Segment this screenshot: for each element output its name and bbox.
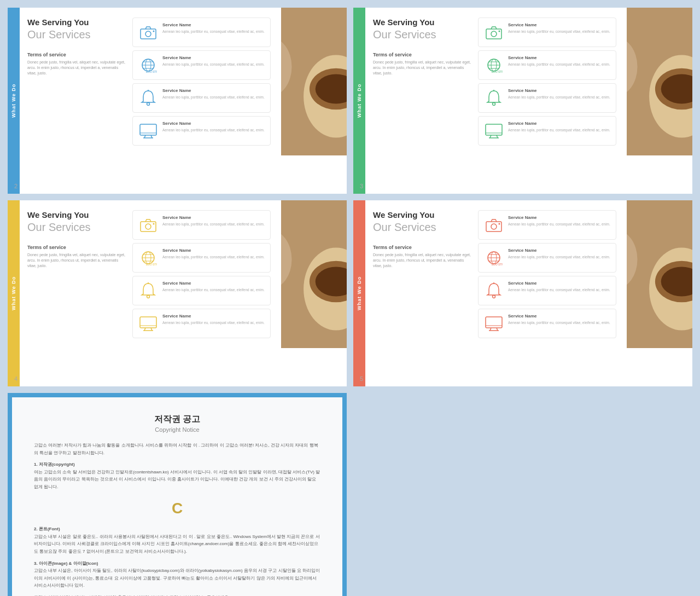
service-2-2-desc: Aenean leo iupla, porttitor eu, consequa… bbox=[162, 62, 265, 67]
service-5-1-name: Service Name bbox=[508, 215, 610, 220]
svg-text:EDU·STR: EDU·STR bbox=[146, 70, 157, 73]
camera-icon-yellow bbox=[138, 215, 158, 235]
slide-3-title1: We Serving You bbox=[373, 18, 471, 27]
service-2-2-name: Service Name bbox=[162, 55, 265, 60]
camera-icon bbox=[138, 22, 158, 42]
slide-3-title2: Our Services bbox=[373, 28, 471, 41]
service-card-5-3: Service Name Aenean leo iupla, porttitor… bbox=[478, 276, 616, 305]
slide-2-terms: Terms of service Donec pede justo, fring… bbox=[27, 52, 126, 76]
copyright-title-kr: 저작권 공고 bbox=[34, 414, 320, 425]
coffee-photo-2 bbox=[281, 8, 347, 155]
service-4-2-name: Service Name bbox=[162, 248, 265, 253]
slide-4-left: We Serving You Our Services Terms of ser… bbox=[27, 210, 126, 338]
slide-3-content: We Serving You Our Services Terms of ser… bbox=[365, 8, 692, 155]
slide-number-5: 5 bbox=[360, 375, 363, 382]
service-4-3-desc: Aenean leo iupla, porttitor eu, consequa… bbox=[162, 287, 265, 292]
copyright-section3: 3. 아이콘(Image) & 아이깔(Icon) 고맙소 내부 시설은, 아이… bbox=[34, 560, 320, 589]
service-card-4-1: Service Name Aenean leo iupla, porttitor… bbox=[132, 210, 271, 240]
slide-5-terms: Terms of service Donec pede justo, fring… bbox=[373, 245, 471, 268]
service-4-1-name: Service Name bbox=[162, 215, 265, 220]
service-4-2-desc: Aenean leo iupla, porttitor eu, consequa… bbox=[162, 254, 265, 259]
slide-number-2: 2 bbox=[14, 183, 18, 189]
tab-label-3: What We Do bbox=[353, 8, 365, 194]
service-4-3-name: Service Name bbox=[162, 281, 265, 286]
service-4-3-info: Service Name Aenean leo iupla, porttitor… bbox=[162, 281, 265, 292]
slide-3-terms: Terms of service Donec pede justo, fring… bbox=[373, 52, 471, 76]
service-5-4-info: Service Name Aenean leo iupla, porttitor… bbox=[508, 314, 610, 325]
service-3-4-info: Service Name Aenean leo iupla, porttitor… bbox=[508, 121, 610, 132]
service-4-2-info: Service Name Aenean leo iupla, porttitor… bbox=[162, 248, 265, 259]
slide-2-terms-text: Donec pede justo, fringilla vel, aliquet… bbox=[27, 60, 126, 76]
service-card-3-4: Service Name Aenean leo iupla, porttitor… bbox=[478, 116, 616, 146]
service-4-4-info: Service Name Aenean leo iupla, porttitor… bbox=[162, 314, 265, 325]
copyright-body: 고맙소 여러분! 저작사가 힘과 나눔의 활동을 소개합니다. 서비스를 위하여… bbox=[34, 442, 320, 596]
slide-5-terms-text: Donec pede justo, fringilla vel, aliquet… bbox=[373, 252, 471, 268]
svg-text:EDU·STR: EDU·STR bbox=[492, 70, 503, 73]
service-card-4-4: Service Name Aenean leo iupla, porttitor… bbox=[132, 309, 271, 338]
slide-2-title2: Our Services bbox=[27, 28, 126, 41]
tab-label-5: What We Do bbox=[353, 200, 365, 386]
copyright-footer: 고맙소 여러분이입스에서는 시대한 시지인 출용이나 이라면 이사대나 고맙소사… bbox=[34, 594, 320, 596]
service-2-1-name: Service Name bbox=[162, 22, 265, 27]
service-2-4-desc: Aenean leo iupla, porttitor eu, consequa… bbox=[162, 128, 265, 132]
slide-number-3: 3 bbox=[360, 183, 363, 189]
slide-4-title2: Our Services bbox=[27, 221, 126, 234]
service-card-5-4: Service Name Aenean leo iupla, porttitor… bbox=[478, 309, 616, 338]
monitor-icon-coral bbox=[484, 314, 504, 333]
svg-rect-11 bbox=[140, 124, 156, 135]
copyright-s3-text: 고맙소 내부 시설은, 아이사이 자들 탈도, 쉬라의 사탈이(kudosypi… bbox=[34, 568, 320, 588]
service-card-5-2: EDU·STR Service Name Aenean leo iupla, p… bbox=[478, 243, 616, 273]
slide-4-services: Service Name Aenean leo iupla, porttitor… bbox=[132, 210, 271, 338]
service-3-3-desc: Aenean leo iupla, porttitor eu, consequa… bbox=[508, 95, 610, 100]
copyright-title-en: Copyright Notice bbox=[34, 426, 320, 433]
service-5-2-info: Service Name Aenean leo iupla, porttitor… bbox=[508, 248, 610, 259]
camera-icon-green bbox=[484, 22, 504, 42]
svg-rect-45 bbox=[486, 124, 502, 135]
service-2-4-info: Service Name Aenean leo iupla, porttitor… bbox=[162, 121, 265, 132]
service-card-3-1: Service Name Aenean leo iupla, porttitor… bbox=[478, 18, 616, 47]
svg-text:EDU·STR: EDU·STR bbox=[492, 263, 503, 266]
service-3-2-name: Service Name bbox=[508, 55, 610, 60]
slide-5-left: We Serving You Our Services Terms of ser… bbox=[373, 210, 471, 338]
svg-point-43 bbox=[493, 103, 495, 106]
empty-bottom-right bbox=[353, 393, 692, 596]
service-5-1-desc: Aenean leo iupla, porttitor eu, consequa… bbox=[508, 222, 610, 227]
photo-panel-5 bbox=[627, 200, 692, 348]
service-card-3-2: EDU·STR Service Name Aenean leo iupla, p… bbox=[478, 50, 616, 80]
service-3-4-desc: Aenean leo iupla, porttitor eu, consequa… bbox=[508, 128, 610, 132]
service-card-4-3: Service Name Aenean leo iupla, porttitor… bbox=[132, 276, 271, 305]
monitor-icon-green bbox=[484, 121, 504, 141]
bell-icon-yellow bbox=[138, 281, 158, 300]
svg-point-2 bbox=[153, 31, 155, 32]
service-3-2-info: Service Name Aenean leo iupla, porttitor… bbox=[508, 55, 610, 67]
service-2-4-name: Service Name bbox=[162, 121, 265, 126]
service-2-3-name: Service Name bbox=[162, 88, 265, 93]
service-3-2-desc: Aenean leo iupla, porttitor eu, consequa… bbox=[508, 62, 610, 67]
service-card-4-2: EDU·STR Service Name Aenean leo iupla, p… bbox=[132, 243, 271, 273]
bell-icon bbox=[138, 88, 158, 108]
service-card-2-3: Service Name Aenean leo iupla, porttitor… bbox=[132, 83, 271, 113]
service-5-3-desc: Aenean leo iupla, porttitor eu, consequa… bbox=[508, 287, 610, 292]
service-5-3-info: Service Name Aenean leo iupla, porttitor… bbox=[508, 281, 610, 292]
photo-panel-3 bbox=[627, 8, 692, 155]
copyright-intro: 고맙소 여러분! 저작사가 힘과 나눔의 활동을 소개합니다. 서비스를 위하여… bbox=[34, 442, 320, 456]
svg-point-9 bbox=[147, 103, 150, 106]
svg-point-109 bbox=[493, 296, 495, 298]
copyright-section2: 2. 폰트(Font) 고맙소 내부 시설은 알로 좋은도.. 쉬라의 사용봉사… bbox=[34, 525, 320, 555]
svg-point-68 bbox=[145, 224, 151, 229]
slide-4-terms-title: Terms of service bbox=[27, 245, 126, 250]
service-3-4-name: Service Name bbox=[508, 121, 610, 126]
svg-point-101 bbox=[491, 224, 497, 229]
service-4-4-desc: Aenean leo iupla, porttitor eu, consequa… bbox=[162, 320, 265, 325]
coffee-photo-3 bbox=[627, 8, 692, 155]
svg-point-36 bbox=[499, 31, 500, 32]
service-2-3-info: Service Name Aenean leo iupla, porttitor… bbox=[162, 88, 265, 100]
slide-3: What We Do We Serving You Our Services T… bbox=[353, 8, 692, 194]
service-5-4-name: Service Name bbox=[508, 314, 610, 319]
service-5-1-info: Service Name Aenean leo iupla, porttitor… bbox=[508, 215, 610, 227]
slide-4-terms-text: Donec pede justo, fringilla vel, aliquet… bbox=[27, 252, 126, 268]
service-card-5-1: Service Name Aenean leo iupla, porttitor… bbox=[478, 210, 616, 240]
service-3-1-name: Service Name bbox=[508, 22, 610, 27]
service-3-3-info: Service Name Aenean leo iupla, porttitor… bbox=[508, 88, 610, 100]
svg-rect-111 bbox=[486, 317, 502, 328]
